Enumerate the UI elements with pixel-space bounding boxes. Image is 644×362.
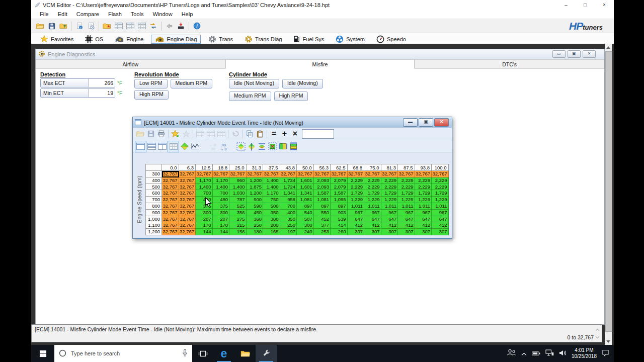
row-header[interactable]: 1,200 <box>146 229 162 235</box>
save-icon[interactable] <box>46 21 57 32</box>
table-cell[interactable]: 32,767 <box>162 171 179 177</box>
table-cell[interactable]: 32,767 <box>162 190 179 197</box>
table-cell[interactable]: 350 <box>263 210 280 216</box>
table-cell[interactable]: 967 <box>415 210 432 216</box>
table-cell[interactable]: 1,724 <box>280 177 297 184</box>
tab-os[interactable]: OS <box>81 34 107 44</box>
undo-icon[interactable] <box>230 129 240 139</box>
table-cell[interactable]: 375 <box>196 203 213 210</box>
table-cell[interactable]: 967 <box>381 210 398 216</box>
tab-speedo[interactable]: Speedo <box>372 34 410 44</box>
revolution-high-rpm-button[interactable]: High RPM <box>134 90 169 100</box>
table-cell[interactable]: 307 <box>364 229 381 235</box>
table-cell[interactable]: 2,229 <box>364 184 381 191</box>
col-header[interactable]: 37.5 <box>263 164 280 171</box>
col-header[interactable]: 68.8 <box>348 164 365 171</box>
table-cell[interactable]: 450 <box>247 210 264 216</box>
max-ect-value[interactable]: 266 <box>88 79 115 87</box>
table-cell[interactable]: 967 <box>364 210 381 216</box>
print-icon[interactable] <box>156 129 167 139</box>
col-header[interactable]: 18.8 <box>213 164 230 171</box>
open-file-icon[interactable] <box>135 129 145 139</box>
row-header[interactable]: 600 <box>146 190 162 197</box>
task-view-button[interactable] <box>192 345 213 362</box>
table-cell[interactable]: 180 <box>247 229 264 235</box>
highlight-column-icon[interactable] <box>278 141 288 152</box>
table-cell[interactable]: 2,229 <box>364 177 381 184</box>
col-header[interactable]: 0.0 <box>162 164 179 171</box>
decimals-increase-icon[interactable]: .00→.0 <box>218 141 228 152</box>
col-header[interactable]: 31.3 <box>247 164 264 171</box>
table-cell[interactable]: 207 <box>196 216 213 223</box>
table-cell[interactable]: 700 <box>196 190 213 197</box>
microphone-icon[interactable] <box>182 349 188 358</box>
col-header[interactable]: 81.3 <box>381 164 398 171</box>
table-cell[interactable]: 787 <box>229 197 247 203</box>
table-cell[interactable]: 1,724 <box>280 184 297 191</box>
table-cell[interactable]: 32,767 <box>415 171 432 177</box>
table-cell[interactable]: 960 <box>229 177 247 184</box>
table-cell[interactable]: 414 <box>331 222 348 229</box>
table-cell[interactable]: 412 <box>381 222 398 229</box>
table-cell[interactable]: 1,729 <box>364 190 381 197</box>
table-view-3-icon[interactable] <box>136 21 147 32</box>
table-cell[interactable]: 525 <box>229 203 247 210</box>
diag-restore-icon[interactable]: ▣ <box>568 50 581 58</box>
range-down-icon[interactable] <box>595 334 600 340</box>
table-cell[interactable]: 1,229 <box>381 197 398 203</box>
table-cell[interactable]: 32,767 <box>179 210 196 216</box>
table-cell[interactable]: 350 <box>280 216 297 223</box>
table-cell[interactable]: 215 <box>229 222 247 229</box>
vehicle-info-icon[interactable]: i <box>191 21 203 32</box>
table-cell[interactable]: 647 <box>398 216 415 223</box>
battery-icon[interactable] <box>532 349 540 358</box>
col-header[interactable]: 43.8 <box>280 164 297 171</box>
table-cell[interactable]: 32,767 <box>179 171 196 177</box>
table-cell[interactable]: 32,767 <box>364 171 381 177</box>
table-cell[interactable]: 32,767 <box>314 171 331 177</box>
table-cell[interactable]: 550 <box>314 210 331 216</box>
cylinder-medium-rpm-button[interactable]: Medium RPM <box>229 92 271 101</box>
tab-engine[interactable]: Engine <box>111 35 147 44</box>
cylinder-high-rpm-button[interactable]: High RPM <box>274 92 308 101</box>
table-cell[interactable]: 897 <box>297 203 314 210</box>
table-cell[interactable]: 1,030 <box>229 190 247 197</box>
cylinder-idle-moving-button[interactable]: Idle (Moving) <box>282 79 323 88</box>
action-center-icon[interactable] <box>602 349 609 358</box>
scroll-down-icon[interactable] <box>605 338 612 345</box>
scrollbar-thumb[interactable] <box>605 51 612 332</box>
table-cell[interactable]: 32,767 <box>280 171 297 177</box>
table-cell[interactable]: 2,229 <box>348 184 365 191</box>
table-cell[interactable]: 1,400 <box>263 177 280 184</box>
table-cell[interactable]: 2,229 <box>415 177 432 184</box>
table-cell[interactable]: 300 <box>263 216 280 223</box>
col-header[interactable]: 56.3 <box>314 164 331 171</box>
menu-tools[interactable]: Tools <box>126 11 148 17</box>
table-cell[interactable]: 647 <box>364 216 381 223</box>
menu-edit[interactable]: Edit <box>53 11 72 17</box>
tab-airflow[interactable]: Airflow <box>36 59 225 69</box>
row-header[interactable]: 400 <box>146 177 162 184</box>
table-cell[interactable]: 32,767 <box>162 216 179 223</box>
table-cell[interactable]: 32,767 <box>247 171 264 177</box>
file-history-icon[interactable] <box>85 21 97 32</box>
table-cell[interactable]: 750 <box>263 197 280 203</box>
table-cell[interactable]: 452 <box>314 216 331 223</box>
table-cell[interactable]: 897 <box>314 203 331 210</box>
table-cell[interactable]: 356 <box>229 210 247 216</box>
table-cell[interactable]: 240 <box>297 229 314 235</box>
table-cell[interactable]: 1,587 <box>331 190 348 197</box>
table-cell[interactable]: 1,400 <box>196 184 213 191</box>
table-cell[interactable]: 1,341 <box>280 190 297 197</box>
table-cell[interactable]: 1,400 <box>263 184 280 191</box>
table-cell[interactable]: 412 <box>432 222 449 229</box>
diag-close-icon[interactable]: ✕ <box>583 50 596 58</box>
colormap-3d-icon[interactable] <box>235 141 246 152</box>
taskbar-clock[interactable]: 4:01 PM 10/25/2018 <box>572 347 597 359</box>
table-cell[interactable]: 32,767 <box>162 184 179 191</box>
table-cell[interactable]: 1,081 <box>297 197 314 203</box>
highlight-cell-icon[interactable] <box>267 141 278 152</box>
view-graph-icon[interactable] <box>190 141 200 152</box>
diag-minimize-icon[interactable]: ▭ <box>552 50 566 58</box>
table-cell[interactable]: 2,229 <box>381 184 398 191</box>
